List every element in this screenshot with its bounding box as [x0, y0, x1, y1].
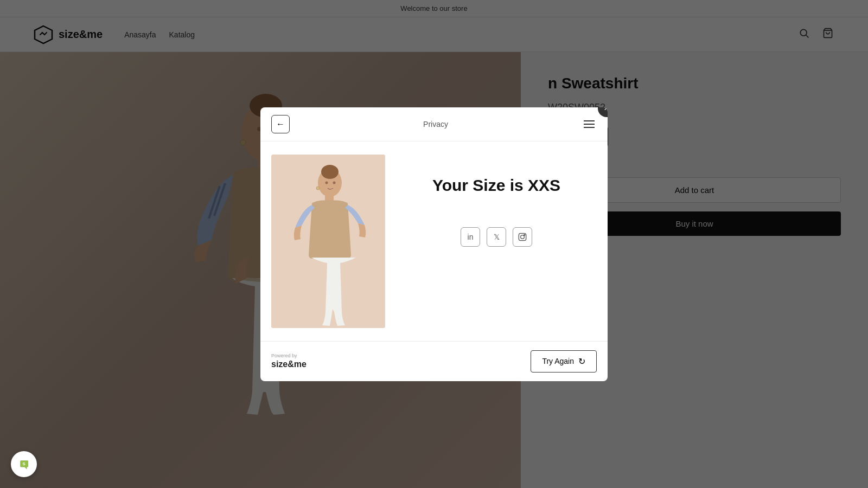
powered-by-brand: size&me — [271, 359, 307, 369]
svg-text:S: S — [22, 461, 25, 466]
chat-bubble[interactable]: S — [11, 451, 37, 477]
modal-footer: Powered by size&me Try Again ↻ — [260, 341, 608, 381]
svg-point-24 — [316, 187, 320, 190]
powered-by: Powered by size&me — [271, 353, 307, 369]
social-icons: in 𝕏 — [461, 227, 532, 247]
modal-privacy-label: Privacy — [423, 120, 448, 129]
modal-result: Your Size is XXS in 𝕏 — [396, 155, 597, 247]
modal-header: ← Privacy — [260, 107, 608, 142]
instagram-symbol — [518, 233, 527, 241]
modal-product-image — [271, 155, 385, 328]
svg-point-20 — [321, 165, 339, 179]
svg-point-27 — [524, 234, 525, 235]
linkedin-icon[interactable]: in — [461, 227, 480, 247]
svg-point-22 — [326, 181, 328, 184]
menu-line-2 — [584, 124, 595, 125]
modal-overlay: × ← Privacy — [0, 0, 868, 488]
shopify-chat-icon: S — [17, 457, 31, 471]
try-again-label: Try Again — [542, 357, 574, 365]
modal: × ← Privacy — [260, 107, 608, 381]
modal-back-button[interactable]: ← — [271, 115, 290, 133]
back-arrow-icon: ← — [276, 119, 285, 129]
instagram-icon[interactable] — [513, 227, 532, 247]
menu-line-1 — [584, 120, 595, 121]
twitter-label: 𝕏 — [494, 233, 500, 241]
twitter-icon[interactable]: 𝕏 — [487, 227, 506, 247]
svg-point-26 — [521, 235, 525, 239]
refresh-icon: ↻ — [578, 356, 585, 367]
modal-body: Your Size is XXS in 𝕏 — [260, 142, 608, 341]
menu-line-3 — [584, 127, 595, 128]
your-size-heading: Your Size is XXS — [432, 176, 560, 195]
linkedin-label: in — [468, 233, 474, 241]
try-again-button[interactable]: Try Again ↻ — [531, 350, 597, 373]
svg-point-23 — [333, 181, 336, 184]
modal-menu-button[interactable] — [582, 118, 597, 130]
modal-figure — [271, 155, 385, 328]
powered-by-label: Powered by — [271, 353, 307, 358]
